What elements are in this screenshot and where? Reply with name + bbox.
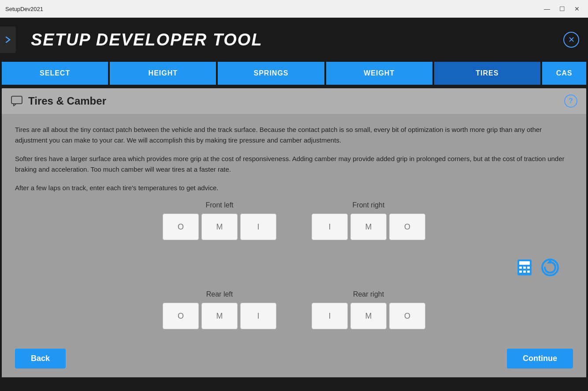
tire-rows: Front left Front r (15, 201, 573, 329)
rear-right-m-input[interactable] (350, 303, 387, 329)
rear-right-label: Rear right (353, 290, 384, 298)
front-right-group: Front right (312, 201, 425, 240)
tab-tires[interactable]: TIRES (434, 62, 540, 85)
app-header: SETUP DEVELOPER TOOL ✕ (0, 18, 588, 62)
tab-height[interactable]: HEIGHT (110, 62, 216, 85)
rear-tire-row: Rear left Rear rig (15, 290, 573, 329)
help-button[interactable]: ? (564, 94, 577, 108)
sidebar-toggle-button[interactable] (0, 26, 16, 53)
rear-left-i-field[interactable] (241, 303, 276, 329)
svg-rect-7 (523, 271, 526, 273)
front-left-label: Front left (205, 201, 233, 209)
front-left-i-input[interactable] (240, 214, 276, 240)
rear-left-inputs (163, 303, 276, 329)
front-right-m-field[interactable] (351, 214, 386, 240)
tab-weight[interactable]: WEIGHT (326, 62, 432, 85)
description-paragraph-2: Softer tires have a larger surface area … (15, 154, 573, 175)
close-icon: ✕ (568, 35, 575, 45)
front-left-o-input[interactable] (163, 214, 199, 240)
section-header: Tires & Camber ? (2, 88, 586, 114)
calculator-icon[interactable] (516, 259, 533, 276)
maximize-button[interactable]: ☐ (556, 3, 568, 15)
window-controls: — ☐ ✕ (541, 3, 583, 15)
rear-right-o-field[interactable] (390, 303, 425, 329)
rear-left-o-input[interactable] (163, 303, 199, 329)
front-right-o-field[interactable] (390, 214, 425, 240)
comment-icon (11, 95, 23, 107)
content-body: Tires are all about the tiny contact pat… (2, 114, 586, 340)
window-title: SetupDev2021 (5, 6, 43, 12)
svg-rect-6 (519, 271, 522, 273)
front-right-label: Front right (353, 201, 385, 209)
back-button[interactable]: Back (15, 349, 66, 368)
tab-springs[interactable]: SPRINGS (218, 62, 324, 85)
app-close-button[interactable]: ✕ (563, 32, 579, 48)
description-paragraph-3: After a few laps on track, enter each ti… (15, 183, 573, 193)
front-right-o-input[interactable] (389, 214, 425, 240)
window-close-button[interactable]: ✕ (571, 3, 583, 15)
chevron-right-icon (4, 35, 12, 44)
front-left-i-field[interactable] (241, 214, 276, 240)
app-title: SETUP DEVELOPER TOOL (31, 30, 263, 49)
rear-left-i-input[interactable] (240, 303, 276, 329)
rear-left-o-field[interactable] (163, 303, 198, 329)
front-right-inputs (312, 214, 425, 240)
rear-left-m-field[interactable] (202, 303, 237, 329)
nav-tabs: SELECT HEIGHT SPRINGS WEIGHT TIRES CAS (0, 62, 588, 85)
rear-right-o-input[interactable] (389, 303, 425, 329)
svg-rect-4 (523, 267, 526, 269)
front-right-i-input[interactable] (312, 214, 348, 240)
rear-left-group: Rear left (163, 290, 276, 329)
title-bar: SetupDev2021 — ☐ ✕ (0, 0, 588, 18)
continue-button[interactable]: Continue (507, 349, 573, 368)
rear-left-m-input[interactable] (201, 303, 238, 329)
refresh-icon[interactable] (540, 258, 560, 277)
description-paragraph-1: Tires are all about the tiny contact pat… (15, 124, 573, 146)
svg-rect-3 (519, 267, 522, 269)
section-title: Tires & Camber (28, 95, 106, 107)
rear-right-m-field[interactable] (351, 303, 386, 329)
svg-rect-0 (11, 96, 22, 104)
rear-left-label: Rear left (206, 290, 233, 298)
front-left-group: Front left (163, 201, 276, 240)
rear-right-i-field[interactable] (312, 303, 347, 329)
tab-select[interactable]: SELECT (2, 62, 108, 85)
action-icons (15, 258, 573, 277)
front-tire-row: Front left Front r (15, 201, 573, 240)
minimize-button[interactable]: — (541, 3, 553, 15)
rear-right-inputs (312, 303, 425, 329)
bottom-bar: Back Continue (2, 340, 586, 377)
svg-rect-2 (519, 261, 530, 265)
front-left-m-input[interactable] (201, 214, 238, 240)
front-left-o-field[interactable] (163, 214, 198, 240)
front-left-m-field[interactable] (202, 214, 237, 240)
front-left-inputs (163, 214, 276, 240)
rear-right-group: Rear right (312, 290, 425, 329)
svg-rect-5 (527, 267, 530, 269)
question-mark-icon: ? (569, 97, 573, 105)
main-content: Tires & Camber ? Tires are all about the… (2, 88, 586, 377)
rear-right-i-input[interactable] (312, 303, 348, 329)
front-right-i-field[interactable] (312, 214, 347, 240)
front-right-m-input[interactable] (350, 214, 387, 240)
svg-rect-8 (527, 271, 530, 273)
tab-cas[interactable]: CAS (542, 62, 586, 85)
section-title-wrap: Tires & Camber (11, 95, 106, 107)
